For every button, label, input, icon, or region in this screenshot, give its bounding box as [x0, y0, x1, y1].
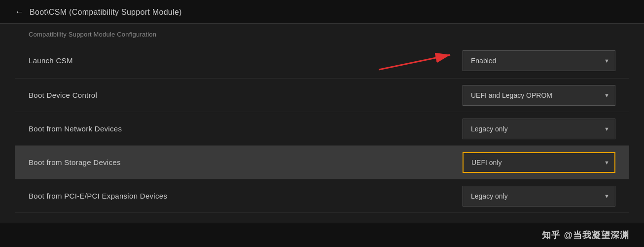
dropdown-wrapper-boot-pci: Legacy only UEFI only UEFI and Legacy OP… — [463, 186, 615, 206]
label-boot-storage: Boot from Storage Devices — [29, 158, 121, 166]
dropdown-boot-device-control[interactable]: UEFI and Legacy OPROM UEFI only Legacy o… — [463, 85, 615, 106]
settings-table: Launch CSM Enabled D — [15, 43, 629, 213]
dropdown-wrapper-boot-storage: UEFI only Legacy only UEFI and Legacy OP… — [463, 152, 615, 173]
dropdown-boot-pci[interactable]: Legacy only UEFI only UEFI and Legacy OP… — [463, 186, 615, 206]
row-boot-pci: Boot from PCI-E/PCI Expansion Devices Le… — [15, 179, 629, 213]
row-right-boot-device-control: UEFI and Legacy OPROM UEFI only Legacy o… — [463, 85, 615, 106]
footer-watermark: 知乎 @当我凝望深渊 — [0, 223, 644, 247]
row-right-boot-network: Legacy only UEFI only UEFI and Legacy OP… — [463, 119, 615, 139]
svg-line-1 — [379, 55, 450, 70]
row-launch-csm: Launch CSM Enabled D — [15, 43, 629, 79]
red-arrow-icon — [379, 51, 458, 71]
label-launch-csm: Launch CSM — [29, 56, 73, 65]
section-subtitle: Compatibility Support Module Configurati… — [15, 24, 629, 43]
row-right-boot-storage: UEFI only Legacy only UEFI and Legacy OP… — [463, 152, 615, 173]
row-boot-network: Boot from Network Devices Legacy only UE… — [15, 112, 629, 146]
back-arrow-icon[interactable]: ← — [15, 7, 24, 17]
dropdown-boot-storage[interactable]: UEFI only Legacy only UEFI and Legacy OP… — [463, 152, 615, 173]
dropdown-wrapper-launch-csm: Enabled Disabled — [463, 50, 615, 71]
row-boot-device-control: Boot Device Control UEFI and Legacy OPRO… — [15, 79, 629, 112]
dropdown-launch-csm[interactable]: Enabled Disabled — [463, 50, 615, 71]
row-right-launch-csm: Enabled Disabled — [463, 50, 615, 71]
content-area: Compatibility Support Module Configurati… — [0, 24, 644, 223]
header-bar: ← Boot\CSM (Compatibility Support Module… — [0, 0, 644, 24]
watermark-text: 知乎 @当我凝望深渊 — [542, 230, 629, 240]
row-right-boot-pci: Legacy only UEFI only UEFI and Legacy OP… — [463, 186, 615, 206]
dropdown-wrapper-boot-network: Legacy only UEFI only UEFI and Legacy OP… — [463, 119, 615, 139]
dropdown-boot-network[interactable]: Legacy only UEFI only UEFI and Legacy OP… — [463, 119, 615, 139]
breadcrumb: Boot\CSM (Compatibility Support Module) — [30, 8, 182, 17]
dropdown-wrapper-boot-device-control: UEFI and Legacy OPROM UEFI only Legacy o… — [463, 85, 615, 106]
bios-page: ← Boot\CSM (Compatibility Support Module… — [0, 0, 644, 247]
label-boot-pci: Boot from PCI-E/PCI Expansion Devices — [29, 192, 167, 200]
row-boot-storage: Boot from Storage Devices UEFI only Lega… — [15, 146, 629, 179]
label-boot-device-control: Boot Device Control — [29, 91, 97, 99]
label-boot-network: Boot from Network Devices — [29, 124, 122, 133]
